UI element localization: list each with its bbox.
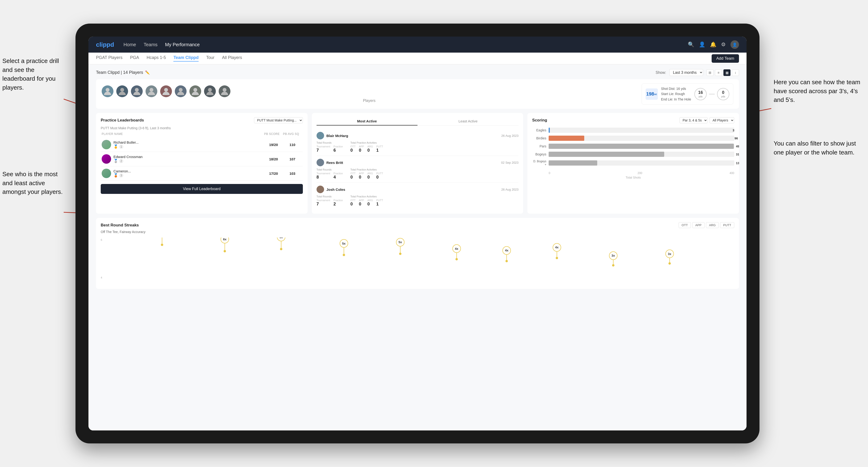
avatar[interactable]: 👤 bbox=[731, 40, 739, 49]
bar-val-eagles: 3 bbox=[733, 129, 739, 132]
view-toggle: ⊞ ≡ ▦ ↕ bbox=[706, 69, 739, 76]
bar-val-dbogeys: 131 bbox=[736, 161, 739, 165]
bar-fill-bogeys bbox=[549, 152, 664, 157]
edit-icon[interactable]: ✏️ bbox=[145, 70, 150, 75]
bar-track-bogeys: 311 bbox=[549, 152, 734, 157]
bar-row-birdies: Birdies 96 bbox=[532, 135, 734, 141]
player-avatar-4[interactable] bbox=[146, 85, 157, 97]
add-team-button[interactable]: Add Team bbox=[712, 54, 739, 63]
streaks-btn-putt[interactable]: PUTT bbox=[720, 222, 734, 228]
player-avatar-8[interactable] bbox=[204, 85, 216, 97]
player-avatar-3[interactable] bbox=[131, 85, 143, 97]
streak-chart: 6 4 7x bbox=[101, 238, 734, 285]
par-filter-select[interactable]: Par 3, 4 & 5s bbox=[680, 117, 708, 123]
subnav-pgat[interactable]: PGAT Players bbox=[96, 55, 122, 62]
ap-header-1: Blair McHarg 26 Aug 2023 bbox=[316, 132, 519, 139]
bar-fill-pars bbox=[549, 144, 734, 149]
show-select[interactable]: Last 3 months bbox=[670, 69, 703, 76]
bar-track-pars: 499 bbox=[549, 144, 734, 149]
show-label: Show: bbox=[656, 70, 666, 75]
nav-link-home[interactable]: Home bbox=[124, 42, 136, 48]
nav-link-teams[interactable]: Teams bbox=[144, 42, 158, 48]
three-col: Practice Leaderboards PUTT Must Make Put… bbox=[96, 113, 739, 214]
bar-track-dbogeys: 131 bbox=[549, 160, 734, 165]
bar-row-pars: Pars 499 bbox=[532, 144, 734, 149]
lb-badge-2: 🥈 2 bbox=[114, 159, 143, 163]
activity-player-2: Rees Britt 02 Sep 2023 Total Rounds Tour… bbox=[316, 156, 519, 183]
view-full-leaderboard-button[interactable]: View Full Leaderboard bbox=[101, 184, 303, 194]
yds-connector bbox=[709, 94, 715, 94]
tab-least-active[interactable]: Least Active bbox=[417, 117, 519, 125]
arg-val-3: 0 bbox=[367, 201, 373, 207]
svg-point-5 bbox=[106, 88, 110, 92]
tab-most-active[interactable]: Most Active bbox=[316, 117, 417, 125]
player-avatar-7[interactable] bbox=[189, 85, 201, 97]
subnav-allplayers[interactable]: All Players bbox=[222, 55, 242, 62]
subnav-hcaps[interactable]: Hcaps 1-5 bbox=[147, 55, 166, 62]
annotation-bottom-right: You can also filter to show just one pla… bbox=[774, 139, 866, 157]
player-avatar-6[interactable] bbox=[175, 85, 187, 97]
ap-name-2: Rees Britt bbox=[327, 161, 343, 165]
bar-label-eagles: Eagles bbox=[532, 128, 549, 132]
x-label-0: 0 bbox=[549, 172, 550, 175]
subnav-pga[interactable]: PGA bbox=[130, 55, 139, 62]
view-sort-btn[interactable]: ↕ bbox=[732, 69, 739, 76]
view-list-btn[interactable]: ≡ bbox=[715, 69, 722, 76]
streak-badge-3: 6x bbox=[277, 238, 285, 241]
svg-point-13 bbox=[223, 88, 226, 92]
settings-icon[interactable]: ⚙ bbox=[721, 41, 726, 48]
putt-val-1: 1 bbox=[376, 148, 383, 153]
streak-dot-3: 6x bbox=[277, 238, 285, 250]
bar-fill-dbogeys bbox=[549, 160, 597, 165]
bronze-medal-icon: 🥉 bbox=[114, 173, 118, 178]
view-grid-btn[interactable]: ⊞ bbox=[706, 69, 714, 76]
lb-player-2: Edward Crossman 🥈 2 bbox=[102, 154, 264, 164]
streak-dot-10: 3x bbox=[665, 250, 674, 264]
user-icon[interactable]: 👤 bbox=[699, 41, 705, 48]
subnav-teamclippd[interactable]: Team Clippd bbox=[173, 55, 198, 62]
player-avatar-9[interactable] bbox=[219, 85, 230, 97]
streak-dot-2: 6x bbox=[220, 238, 229, 252]
streaks-header: Best Round Streaks OTT APP ARG PUTT bbox=[101, 222, 734, 228]
drill-select[interactable]: PUTT Must Make Putting... bbox=[254, 117, 303, 123]
streak-badge-4: 5x bbox=[340, 239, 348, 248]
shot-details: Shot Dist: 16 yds Start Lie: Rough End L… bbox=[661, 86, 691, 102]
ap-date-1: 26 Aug 2023 bbox=[501, 134, 519, 137]
streak-badge-8: 4x bbox=[553, 243, 561, 252]
player-filter-select[interactable]: All Players bbox=[710, 117, 734, 123]
players-row: Players 198 sc Shot Dist: 16 yds Start L… bbox=[96, 79, 739, 109]
ap-stats-3: Total Rounds Tournament7 Practice2 Total… bbox=[316, 195, 519, 207]
ap-stat-group-practice: Total Practice Activities OTT 0 APP 0 bbox=[350, 141, 519, 153]
player-avatar-2[interactable] bbox=[116, 85, 128, 97]
lb-avgsq-1: 110 bbox=[283, 143, 302, 147]
bar-val-pars: 499 bbox=[736, 145, 739, 148]
subnav-tour[interactable]: Tour bbox=[206, 55, 214, 62]
tablet-screen: clippd Home Teams My Performance 🔍 👤 🔔 ⚙… bbox=[88, 36, 747, 431]
bar-chart: Eagles 3 Birdies 96 bbox=[532, 127, 734, 170]
bell-icon[interactable]: 🔔 bbox=[710, 41, 716, 48]
lb-player-3: Cameron... 🥉 3 bbox=[102, 168, 264, 178]
chart-footer: 0 200 400 bbox=[532, 172, 734, 175]
lb-score-3: 17/20 bbox=[264, 172, 283, 176]
lb-name-2: Edward Crossman bbox=[114, 155, 143, 159]
streaks-btn-app[interactable]: APP bbox=[692, 222, 705, 228]
player-avatar-1[interactable] bbox=[102, 85, 114, 97]
bar-val-birdies: 96 bbox=[735, 136, 739, 140]
svg-point-9 bbox=[164, 88, 168, 92]
streaks-btn-arg[interactable]: ARG bbox=[706, 222, 719, 228]
lb-row-3: Cameron... 🥉 3 17/20 103 bbox=[101, 166, 303, 181]
search-icon[interactable]: 🔍 bbox=[688, 41, 694, 48]
app-val-1: 0 bbox=[359, 148, 364, 153]
ap-stats-2: Total Rounds Tournament 8 Practice 4 bbox=[316, 168, 519, 180]
view-card-btn[interactable]: ▦ bbox=[723, 69, 731, 76]
streaks-btn-ott[interactable]: OTT bbox=[679, 222, 691, 228]
streak-dot-9: 3x bbox=[609, 251, 618, 267]
nav-link-myperformance[interactable]: My Performance bbox=[165, 42, 200, 48]
putt-val-3: 1 bbox=[376, 201, 383, 207]
nav-logo: clippd bbox=[96, 41, 114, 49]
tournament-val-2: 8 bbox=[316, 175, 330, 180]
putt-val-2: 0 bbox=[376, 175, 383, 180]
lb-row-1: Richard Butler... 🥇 1 19/20 110 bbox=[101, 137, 303, 152]
gold-medal-icon: 🥇 bbox=[114, 144, 118, 149]
player-avatar-5[interactable] bbox=[160, 85, 172, 97]
